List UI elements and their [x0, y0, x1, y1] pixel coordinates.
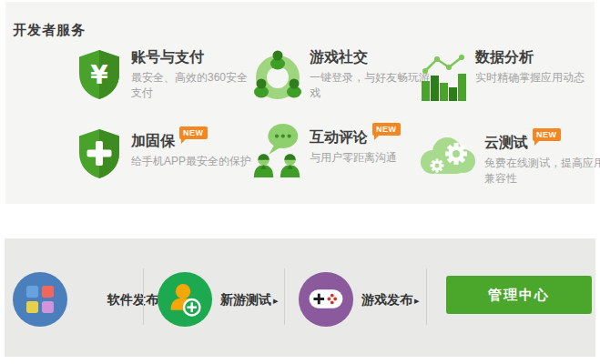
new-game-test-icon[interactable]: [157, 271, 213, 328]
software-release-icon[interactable]: [12, 271, 68, 328]
game-release-icon[interactable]: [298, 271, 354, 328]
svg-text:¥: ¥: [90, 60, 108, 90]
arrow-right-icon: ▸: [273, 295, 279, 306]
service-item-data-analysis[interactable]: 数据分析 实时精确掌握应用动态: [417, 49, 597, 102]
quick-link-label: 新游测试: [220, 292, 271, 307]
management-center-button[interactable]: 管理中心: [446, 276, 592, 314]
service-title: 互动评论: [310, 129, 368, 146]
service-title: 游戏社交: [310, 49, 368, 66]
service-description: 免费在线测试，提高应用兼容性: [484, 156, 600, 187]
new-badge: NEW: [179, 126, 208, 139]
shield-yen-icon: ¥: [73, 49, 126, 101]
developer-services-card: 开发者服务 ¥ 账号与支付 最安全、高效的360安全支付: [5, 2, 595, 204]
quick-link-game-release[interactable]: 游戏发布▸: [361, 291, 420, 308]
divider: [426, 268, 427, 325]
quick-link-label: 软件发布: [107, 292, 158, 307]
service-item-game-social[interactable]: 游戏社交 一键登录，与好友畅玩游戏: [251, 49, 432, 102]
service-description: 最安全、高效的360安全支付: [131, 70, 255, 101]
service-description: 一键登录，与好友畅玩游戏: [310, 70, 433, 101]
new-badge: NEW: [533, 128, 561, 141]
service-title: 账号与支付: [131, 49, 204, 66]
quick-link-new-game-test[interactable]: 新游测试▸: [220, 291, 279, 308]
service-item-reinforce[interactable]: 加固保 NEW 给手机APP最安全的保护: [73, 124, 253, 180]
service-item-comments[interactable]: 互动评论 NEW 与用户零距离沟通: [251, 120, 432, 180]
service-title: 加固保: [131, 133, 175, 149]
service-item-cloud-test[interactable]: 云测试 NEW 免费在线测试，提高应用兼容性: [417, 126, 597, 187]
service-description: 实时精确掌握应用动态: [475, 70, 599, 86]
quick-link-label: 游戏发布: [361, 292, 412, 307]
service-item-account-payment[interactable]: ¥ 账号与支付 最安全、高效的360安全支付: [73, 49, 253, 101]
page-title: 开发者服务: [13, 22, 86, 39]
comments-icon: [251, 120, 304, 180]
service-description: 与用户零距离沟通: [310, 150, 433, 166]
cloud-gears-icon: [417, 126, 479, 187]
arrow-right-icon: ▸: [414, 295, 420, 306]
social-ring-icon: [251, 49, 304, 102]
service-description: 给手机APP最安全的保护: [131, 154, 255, 169]
new-badge: NEW: [372, 123, 401, 136]
shield-plus-icon: [73, 124, 126, 180]
bar-chart-icon: [417, 49, 470, 102]
quick-link-bar: 软件发布▸ 新游测试▸ 游戏发布▸ 管理中心: [5, 238, 595, 357]
service-title: 云测试: [484, 135, 528, 151]
divider: [143, 268, 144, 325]
divider: [284, 268, 285, 325]
service-title: 数据分析: [475, 49, 534, 66]
